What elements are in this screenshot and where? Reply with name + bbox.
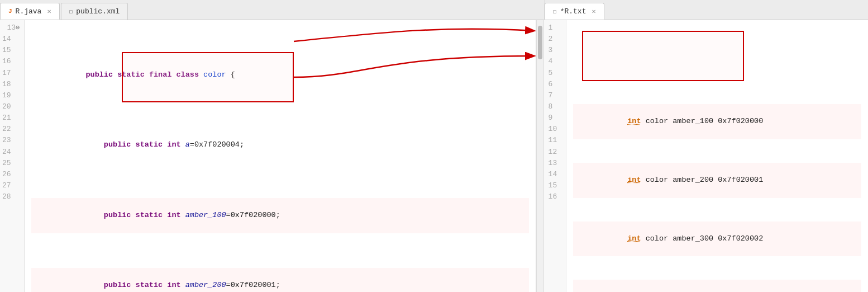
right-line-5: int color amber_400 0x7f020003 bbox=[573, 280, 861, 292]
kw-static-15: static bbox=[136, 211, 168, 219]
ln-27: 27 bbox=[2, 180, 20, 191]
right-line-2: int color amber_100 0x7f020000 bbox=[573, 104, 861, 139]
ln-15: 15 bbox=[2, 45, 20, 56]
color-4: color bbox=[641, 234, 673, 243]
rln-3: 3 bbox=[546, 45, 561, 56]
scrollbar[interactable] bbox=[536, 20, 544, 292]
ln-26: 26 bbox=[2, 169, 20, 180]
left-line-numbers: 13⊖ 14 15 16 17 18 19 20 21 22 23 24 25 … bbox=[0, 20, 25, 292]
right-code-content: int color amber_100 0x7f020000 int color… bbox=[566, 20, 868, 292]
rln-14: 14 bbox=[546, 169, 561, 180]
left-line-14: public static int a=0x7f020004; bbox=[31, 128, 529, 163]
indent-14 bbox=[85, 140, 103, 149]
scroll-thumb bbox=[538, 26, 542, 59]
right-line-numbers: 1 2 3 4 5 6 7 8 9 10 11 12 13 14 15 bbox=[544, 20, 566, 292]
kw-final-13: final bbox=[149, 70, 177, 79]
kw-public-14: public bbox=[104, 140, 136, 149]
rln-8: 8 bbox=[546, 101, 561, 112]
ln-21: 21 bbox=[2, 112, 20, 124]
ln-14: 14 bbox=[2, 34, 20, 45]
rln-2: 2 bbox=[546, 34, 561, 45]
rln-7: 7 bbox=[546, 90, 561, 101]
rln-5: 5 bbox=[546, 68, 561, 79]
tab-r-txt-close[interactable]: ✕ bbox=[592, 7, 595, 16]
color-3: color bbox=[641, 176, 673, 184]
int-2: int bbox=[627, 117, 641, 125]
kw-static-14: static bbox=[136, 140, 168, 149]
kw-public-13: public bbox=[85, 70, 117, 79]
indent-16 bbox=[85, 281, 103, 289]
left-editor-panel: 13⊖ 14 15 16 17 18 19 20 21 22 23 24 25 … bbox=[0, 20, 536, 292]
ln-24: 24 bbox=[2, 147, 20, 158]
left-line-13: public static final class color { bbox=[31, 58, 529, 93]
kw-public-16: public bbox=[104, 281, 136, 289]
right-tab-bar: ◻ *R.txt ✕ bbox=[544, 0, 868, 20]
editors-wrapper: J R.java ✕ ◻ public.xml ◻ *R.txt ✕ bbox=[0, 0, 868, 292]
int-4: int bbox=[627, 234, 641, 243]
rln-13: 13 bbox=[546, 158, 561, 169]
right-line-1 bbox=[573, 58, 861, 69]
ln-25: 25 bbox=[2, 158, 20, 169]
xml-icon: ◻ bbox=[69, 8, 73, 15]
right-line-3: int color amber_200 0x7f020001 bbox=[573, 163, 861, 198]
txt-icon: ◻ bbox=[553, 8, 557, 15]
left-code-area[interactable]: 13⊖ 14 15 16 17 18 19 20 21 22 23 24 25 … bbox=[0, 20, 536, 292]
name-4: amber_300 0x7f020002 bbox=[673, 234, 763, 243]
var-amber200: amber_200 bbox=[185, 281, 226, 289]
var-a: a bbox=[185, 140, 190, 149]
kw-int-16: int bbox=[167, 281, 185, 289]
kw-static-16: static bbox=[136, 281, 168, 289]
ln-22: 22 bbox=[2, 124, 20, 135]
left-code-content: public static final class color { public… bbox=[25, 20, 536, 292]
right-code-area[interactable]: 1 2 3 4 5 6 7 8 9 10 11 12 13 14 15 bbox=[544, 20, 868, 292]
ln-19: 19 bbox=[2, 90, 20, 101]
left-tab-bar: J R.java ✕ ◻ public.xml bbox=[0, 0, 544, 20]
tab-r-txt-label: *R.txt bbox=[560, 7, 586, 16]
tab-public-xml-label: public.xml bbox=[76, 7, 120, 16]
tab-r-txt[interactable]: ◻ *R.txt ✕ bbox=[545, 3, 604, 20]
rln-12: 12 bbox=[546, 147, 561, 158]
ln-13: 13⊖ bbox=[2, 22, 20, 34]
right-editor-panel: 1 2 3 4 5 6 7 8 9 10 11 12 13 14 15 bbox=[544, 20, 868, 292]
kw-static-13: static bbox=[117, 70, 149, 79]
val-16: =0x7f020001; bbox=[226, 281, 280, 289]
kw-int-15: int bbox=[167, 211, 185, 219]
ln-20: 20 bbox=[2, 101, 20, 112]
kw-int-14: int bbox=[167, 140, 185, 149]
java-icon: J bbox=[8, 8, 12, 15]
color-2: color bbox=[641, 117, 673, 125]
rln-10: 10 bbox=[546, 124, 561, 135]
panels-row: 13⊖ 14 15 16 17 18 19 20 21 22 23 24 25 … bbox=[0, 20, 868, 292]
rln-1: 1 bbox=[546, 22, 561, 34]
ln-18: 18 bbox=[2, 79, 20, 90]
name-2: amber_100 0x7f020000 bbox=[673, 117, 763, 125]
ln-17: 17 bbox=[2, 68, 20, 79]
tab-public-xml[interactable]: ◻ public.xml bbox=[61, 3, 128, 20]
ln-28: 28 bbox=[2, 191, 20, 202]
name-3: amber_200 0x7f020001 bbox=[673, 176, 763, 184]
int-3: int bbox=[627, 176, 641, 184]
rln-6: 6 bbox=[546, 79, 561, 90]
rln-15: 15 bbox=[546, 180, 561, 191]
left-line-15: public static int amber_100=0x7f020000; bbox=[31, 198, 529, 233]
var-amber100: amber_100 bbox=[185, 211, 226, 219]
rln-11: 11 bbox=[546, 135, 561, 146]
ln-23: 23 bbox=[2, 135, 20, 146]
val-15: =0x7f020000; bbox=[226, 211, 280, 219]
tab-r-java-label: R.java bbox=[16, 7, 42, 16]
indent-15 bbox=[85, 211, 103, 219]
val-14: =0x7f020004; bbox=[190, 140, 244, 149]
kw-class-13: class bbox=[176, 70, 203, 79]
rln-4: 4 bbox=[546, 56, 561, 67]
rln-9: 9 bbox=[546, 112, 561, 124]
tab-r-java[interactable]: J R.java ✕ bbox=[0, 3, 60, 20]
rln-16: 16 bbox=[546, 191, 561, 202]
right-line-4: int color amber_300 0x7f020002 bbox=[573, 222, 861, 257]
ln-16: 16 bbox=[2, 56, 20, 67]
cn-color: color bbox=[203, 70, 226, 79]
kw-public-15: public bbox=[104, 211, 136, 219]
tab-r-java-close[interactable]: ✕ bbox=[47, 7, 51, 16]
tab-bars-row: J R.java ✕ ◻ public.xml ◻ *R.txt ✕ bbox=[0, 0, 868, 20]
brace-open: { bbox=[226, 70, 235, 79]
left-line-16: public static int amber_200=0x7f020001; bbox=[31, 268, 529, 292]
